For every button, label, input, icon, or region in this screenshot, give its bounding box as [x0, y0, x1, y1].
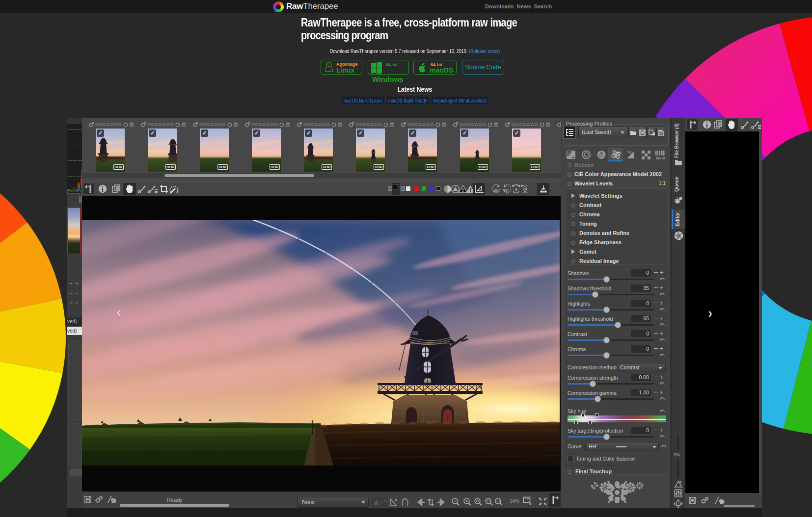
svg-text:90°: 90° [494, 189, 499, 192]
svg-text:META: META [656, 156, 665, 160]
svg-text:1:1: 1:1 [496, 500, 500, 503]
svg-text:90°: 90° [504, 189, 509, 192]
